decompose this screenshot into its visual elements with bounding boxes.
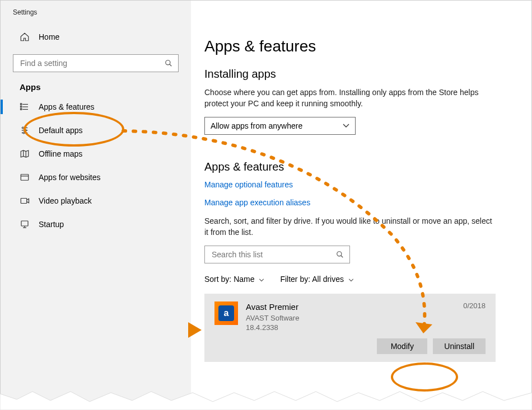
nav-item-apps-for-websites[interactable]: Apps for websites xyxy=(1,166,191,189)
sidebar-section-header: Apps xyxy=(1,82,191,95)
svg-rect-5 xyxy=(21,103,22,105)
window-title: Settings xyxy=(1,8,191,26)
svg-rect-7 xyxy=(21,109,22,110)
chevron-down-icon xyxy=(259,279,264,282)
chevron-down-icon xyxy=(343,124,349,128)
svg-point-22 xyxy=(337,252,342,256)
video-icon xyxy=(20,196,30,206)
app-name: Avast Premier xyxy=(246,301,455,313)
install-source-value: Allow apps from anywhere xyxy=(211,121,302,130)
nav-item-label: Default apps xyxy=(39,126,83,135)
nav-item-label: Startup xyxy=(39,220,64,229)
app-date: 0/2018 xyxy=(463,301,486,310)
installing-heading: Installing apps xyxy=(204,68,514,81)
link-manage-optional-features[interactable]: Manage optional features xyxy=(204,180,514,189)
link-manage-execution-aliases[interactable]: Manage app execution aliases xyxy=(204,198,514,207)
nav-item-label: Offline maps xyxy=(39,149,82,158)
app-publisher: AVAST Software xyxy=(246,313,455,323)
svg-rect-19 xyxy=(21,221,28,226)
svg-point-11 xyxy=(22,127,24,129)
nav-item-label: Apps & features xyxy=(39,102,95,111)
nav-home[interactable]: Home xyxy=(1,26,191,48)
apps-heading: Apps & features xyxy=(204,161,514,173)
home-icon xyxy=(20,32,30,42)
nav-home-label: Home xyxy=(39,32,59,41)
svg-point-12 xyxy=(25,130,26,131)
filter-value[interactable]: All drives xyxy=(312,275,354,284)
svg-point-0 xyxy=(166,60,170,65)
app-icon: a xyxy=(214,301,238,325)
sort-value[interactable]: Name xyxy=(234,275,264,284)
app-item[interactable]: a Avast Premier AVAST Software 18.4.2338… xyxy=(204,294,496,361)
app-list-search-input[interactable] xyxy=(211,249,336,260)
defaults-icon xyxy=(20,125,30,135)
page-title: Apps & features xyxy=(204,37,514,55)
uninstall-button[interactable]: Uninstall xyxy=(433,338,486,354)
sidebar-search[interactable] xyxy=(13,54,179,72)
modify-button[interactable]: Modify xyxy=(377,338,427,354)
app-list-search[interactable] xyxy=(204,246,350,263)
app-version: 18.4.2338 xyxy=(246,323,455,333)
filter-label: Filter by: xyxy=(280,275,310,284)
installing-body: Choose where you can get apps from. Inst… xyxy=(204,87,496,109)
sort-label: Sort by: xyxy=(204,275,231,284)
svg-line-23 xyxy=(341,256,343,258)
svg-rect-16 xyxy=(21,175,29,181)
list-icon xyxy=(20,102,30,112)
svg-line-1 xyxy=(170,64,172,67)
svg-point-13 xyxy=(23,132,25,134)
nav-item-label: Apps for websites xyxy=(39,173,101,182)
sidebar-search-input[interactable] xyxy=(19,58,165,68)
websites-icon xyxy=(20,172,30,182)
nav-item-apps-features[interactable]: Apps & features xyxy=(1,95,191,119)
install-source-select[interactable]: Allow apps from anywhere xyxy=(204,117,356,135)
main-content: Apps & features Installing apps Choose w… xyxy=(191,1,531,409)
nav-item-startup[interactable]: Startup xyxy=(1,213,191,236)
svg-rect-18 xyxy=(21,199,27,204)
sort-filter-row: Sort by: Name Filter by: All drives xyxy=(204,275,514,284)
map-icon xyxy=(20,149,30,159)
nav-item-offline-maps[interactable]: Offline maps xyxy=(1,142,191,166)
svg-rect-6 xyxy=(21,106,22,107)
search-icon xyxy=(336,251,344,258)
nav-item-default-apps[interactable]: Default apps xyxy=(1,119,191,142)
sidebar: Settings Home Apps Apps & features Defau… xyxy=(1,1,191,409)
chevron-down-icon xyxy=(348,279,354,282)
nav-item-video-playback[interactable]: Video playback xyxy=(1,189,191,213)
search-icon xyxy=(165,59,172,67)
startup-icon xyxy=(20,219,30,229)
nav-item-label: Video playback xyxy=(39,196,92,205)
apps-instructions: Search, sort, and filter by drive. If yo… xyxy=(204,216,496,238)
